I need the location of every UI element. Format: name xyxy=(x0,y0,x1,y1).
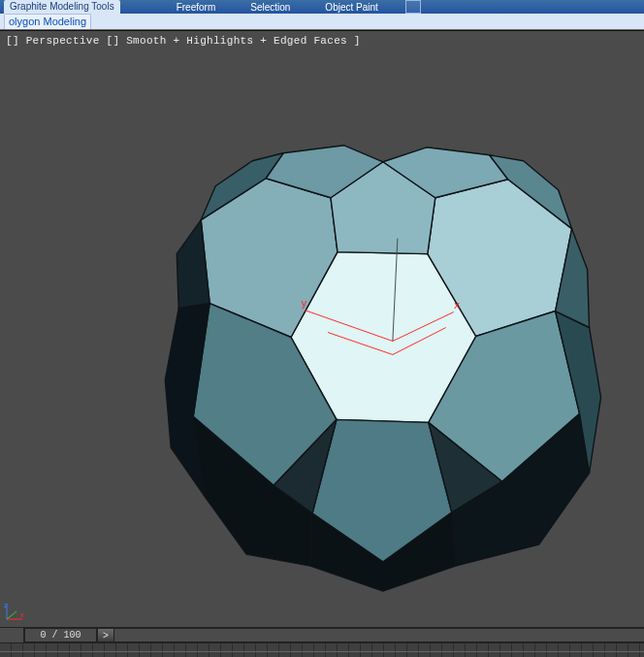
frame-track[interactable] xyxy=(114,628,644,642)
ribbon-panel-tabs: olygon Modeling xyxy=(0,14,644,30)
svg-text:z: z xyxy=(4,602,8,608)
timeline: 0 / 100 > xyxy=(0,627,644,657)
panel-tab-polygon-modeling[interactable]: olygon Modeling xyxy=(4,14,91,29)
frame-ruler[interactable] xyxy=(0,642,644,657)
panel-layout-icon[interactable] xyxy=(405,0,421,14)
tab-freeform[interactable]: Freeform xyxy=(177,2,216,13)
axis-x-label: x xyxy=(454,299,461,312)
scene-canvas: x y xyxy=(0,31,644,627)
svg-text:x: x xyxy=(20,611,24,618)
axis-y-label: y xyxy=(301,297,307,310)
tab-object-paint[interactable]: Object Paint xyxy=(325,2,377,13)
ribbon-tab-strip: Graphite Modeling Tools Freeform Selecti… xyxy=(0,0,644,14)
tab-graphite-modeling-tools[interactable]: Graphite Modeling Tools xyxy=(4,0,120,14)
svg-line-5 xyxy=(7,611,16,619)
world-axis-gizmo: x z xyxy=(3,600,26,623)
viewport[interactable]: [] Perspective [] Smooth + Highlights + … xyxy=(0,30,644,627)
timeline-spacer xyxy=(0,628,24,642)
frame-slider[interactable]: 0 / 100 xyxy=(24,628,97,642)
frame-slider-advance-button[interactable]: > xyxy=(97,628,114,642)
tab-selection[interactable]: Selection xyxy=(250,2,290,13)
